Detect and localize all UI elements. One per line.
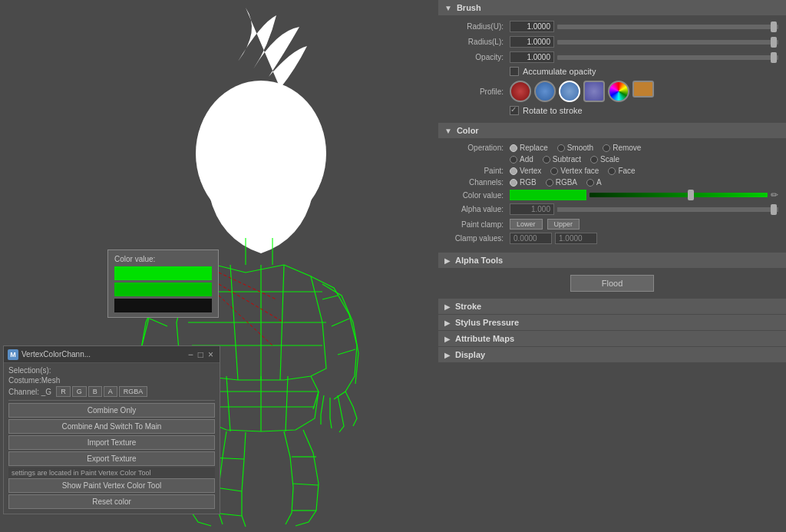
scale-radio[interactable] <box>590 156 598 164</box>
operation-remove[interactable]: Remove <box>603 144 641 152</box>
stylus-pressure-header[interactable]: ▶ Stylus Pressure <box>438 315 786 330</box>
brush-section-body: Radius(U): Radius(L): Opacity: Accumulat… <box>438 16 786 123</box>
operation-row2: Add Subtract Scale <box>446 155 778 164</box>
stroke-expand-icon: ▶ <box>444 302 451 311</box>
face-radio[interactable] <box>608 167 616 175</box>
flood-button[interactable]: Flood <box>570 275 655 292</box>
opacity-slider[interactable] <box>557 55 778 60</box>
opacity-input[interactable] <box>510 51 554 63</box>
vertex-radio[interactable] <box>510 167 517 175</box>
combine-only-button[interactable]: Combine Only <box>8 403 215 418</box>
paint-clamp-row: Paint clamp: Lower Upper <box>446 219 778 230</box>
operation-add[interactable]: Add <box>510 155 533 164</box>
vcc-selection-label: Selection(s): <box>8 366 215 375</box>
radius-u-input[interactable] <box>510 21 554 32</box>
vcc-minimize-button[interactable]: − <box>186 349 196 360</box>
alpha-tools-header[interactable]: ▶ Alpha Tools <box>438 253 786 268</box>
vcc-divider-1 <box>8 400 215 401</box>
channel-g-button[interactable]: G <box>72 386 87 397</box>
channel-b-button[interactable]: B <box>88 386 102 397</box>
profile-icon-cube[interactable] <box>583 81 605 102</box>
clamp-values-label: Clamp values: <box>446 234 504 243</box>
accumulate-label: Accumulate opacity <box>523 67 596 76</box>
stylus-expand-icon: ▶ <box>444 319 451 327</box>
subtract-radio[interactable] <box>543 156 550 164</box>
clamp-min-input[interactable] <box>510 233 552 244</box>
operation-smooth[interactable]: Smooth <box>557 144 593 152</box>
alpha-value-slider[interactable] <box>557 207 778 212</box>
clamp-values-row: Clamp values: <box>446 233 778 244</box>
pencil-icon[interactable]: ✏ <box>771 190 778 200</box>
reset-color-button[interactable]: Reset color <box>8 494 215 509</box>
color-value-label: Color value: <box>446 191 504 200</box>
color-value-slider[interactable] <box>590 193 768 197</box>
paint-vertex-face[interactable]: Vertex face <box>550 167 599 175</box>
rgb-radio[interactable] <box>510 179 517 187</box>
import-texture-button[interactable]: Import Texture <box>8 435 215 450</box>
accumulate-checkbox[interactable] <box>510 67 519 76</box>
channel-a[interactable]: A <box>586 178 602 187</box>
profile-icon-blue-light[interactable] <box>534 81 556 102</box>
rotate-checkbox[interactable] <box>510 106 519 115</box>
add-label: Add <box>520 155 533 164</box>
color-swatch-primary <box>114 266 212 280</box>
rgba-radio[interactable] <box>546 179 553 187</box>
vcc-maximize-button[interactable]: □ <box>196 349 206 360</box>
face-label: Face <box>618 167 635 175</box>
paint-vertex[interactable]: Vertex <box>510 167 541 175</box>
clamp-max-input[interactable] <box>555 233 597 244</box>
brush-section-header[interactable]: ▼ Brush <box>438 0 786 15</box>
remove-label: Remove <box>613 144 641 152</box>
show-paint-tool-button[interactable]: Show Paint Vertex Color Tool <box>8 478 215 493</box>
combine-switch-button[interactable]: Combine And Switch To Main <box>8 419 215 434</box>
profile-label: Profile: <box>446 88 504 96</box>
profile-icon-red[interactable] <box>510 81 531 102</box>
vertex-face-label: Vertex face <box>560 167 599 175</box>
radius-l-slider[interactable] <box>557 40 778 45</box>
opacity-row: Opacity: <box>446 51 778 63</box>
export-texture-button[interactable]: Export Texture <box>8 451 215 466</box>
add-radio[interactable] <box>510 156 517 164</box>
operation-row: Operation: Replace Smooth Remove <box>446 144 778 152</box>
operation-scale[interactable]: Scale <box>590 155 619 164</box>
color-swatch-black <box>114 299 212 312</box>
subtract-label: Subtract <box>553 155 581 164</box>
vcc-titlebar[interactable]: M VertexColorChann... − □ × <box>4 346 220 363</box>
vcc-title-text: VertexColorChann... <box>21 350 186 359</box>
attribute-maps-header[interactable]: ▶ Attribute Maps <box>438 331 786 346</box>
operation-subtract[interactable]: Subtract <box>543 155 581 164</box>
smooth-radio[interactable] <box>557 144 565 152</box>
color-section-body: Operation: Replace Smooth Remove Add Sub… <box>438 139 786 253</box>
operation-replace[interactable]: Replace <box>510 144 548 152</box>
radius-u-slider[interactable] <box>557 25 778 29</box>
remove-radio[interactable] <box>603 144 610 152</box>
rgb-label: RGB <box>520 178 537 187</box>
replace-radio[interactable] <box>510 144 517 152</box>
vertex-face-radio[interactable] <box>550 167 558 175</box>
clamp-upper-button[interactable]: Upper <box>547 219 580 230</box>
radius-u-label: Radius(U): <box>446 22 504 31</box>
rotate-label: Rotate to stroke <box>523 106 583 115</box>
paint-face[interactable]: Face <box>608 167 635 175</box>
scale-label: Scale <box>600 155 619 164</box>
brush-section-title: Brush <box>457 3 481 12</box>
stroke-section-header[interactable]: ▶ Stroke <box>438 299 786 314</box>
profile-icon-rainbow[interactable] <box>608 81 629 102</box>
channel-rgb[interactable]: RGB <box>510 178 537 187</box>
channel-rgba[interactable]: RGBA <box>546 178 577 187</box>
profile-icon-folder[interactable] <box>632 81 654 97</box>
channel-r-button[interactable]: R <box>56 386 71 397</box>
a-radio[interactable] <box>586 179 594 187</box>
display-section-header[interactable]: ▶ Display <box>438 347 786 362</box>
color-value-swatch[interactable] <box>510 190 586 200</box>
radius-l-input[interactable] <box>510 36 554 48</box>
color-section-header[interactable]: ▼ Color <box>438 123 786 138</box>
clamp-lower-button[interactable]: Lower <box>510 219 543 230</box>
alpha-value-input[interactable] <box>510 203 554 215</box>
color-popup: Color value: <box>107 249 219 318</box>
profile-icon-blue-selected[interactable] <box>559 81 580 102</box>
color-swatch-secondary <box>114 283 212 296</box>
vcc-close-button[interactable]: × <box>206 349 216 360</box>
channel-rgba-button[interactable]: RGBA <box>119 386 148 397</box>
channel-a-button[interactable]: A <box>104 386 117 397</box>
